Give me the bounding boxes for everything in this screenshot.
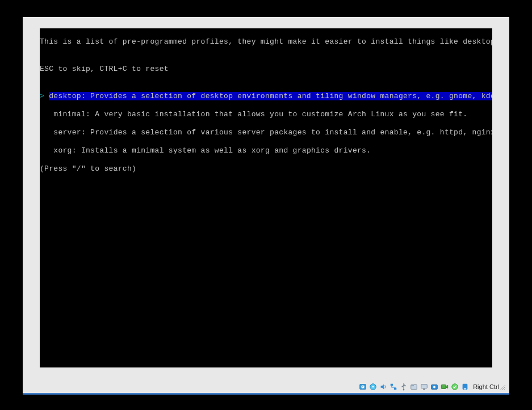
indent — [40, 110, 53, 119]
svg-rect-8 — [405, 385, 406, 386]
svg-point-4 — [372, 386, 374, 388]
mouse-integration-icon[interactable] — [460, 382, 470, 391]
usb-icon[interactable] — [399, 382, 408, 391]
profile-option-desktop-label: desktop: Provides a selection of desktop… — [49, 92, 492, 100]
profile-option-desktop[interactable]: > desktop: Provides a selection of deskt… — [40, 92, 492, 101]
svg-rect-13 — [423, 389, 425, 390]
console-header: This is a list of pre-programmed profile… — [40, 37, 492, 47]
audio-icon[interactable] — [379, 382, 388, 391]
harddisk-icon[interactable] — [358, 382, 367, 391]
profile-option-server-label: server: Provides a selection of various … — [53, 128, 492, 137]
profile-option-minimal-label: minimal: A very basic installation that … — [53, 110, 467, 119]
indent — [40, 146, 53, 155]
resize-grip-icon[interactable] — [500, 383, 506, 391]
profile-option-server[interactable]: server: Provides a selection of various … — [40, 128, 492, 137]
display-icon[interactable] — [420, 382, 429, 391]
svg-point-2 — [362, 386, 363, 387]
optical-disc-icon[interactable] — [368, 382, 378, 391]
svg-rect-6 — [394, 388, 396, 390]
svg-point-9 — [401, 386, 403, 387]
svg-point-7 — [403, 389, 405, 391]
svg-rect-12 — [421, 384, 428, 388]
svg-point-15 — [433, 386, 435, 388]
network-icon[interactable] — [389, 382, 398, 391]
shared-folder-icon[interactable] — [409, 382, 418, 391]
profile-option-xorg[interactable]: xorg: Installs a minimal system as well … — [40, 146, 492, 155]
cpu-icon[interactable] — [450, 382, 459, 391]
recording-icon[interactable] — [440, 382, 449, 391]
profile-option-xorg-label: xorg: Installs a minimal system as well … — [53, 146, 371, 155]
snapshot-icon[interactable] — [430, 382, 439, 391]
vm-statusbar: Right Ctrl — [23, 381, 509, 393]
console-search-hint: (Press "/" to search) — [40, 164, 492, 174]
profile-option-minimal[interactable]: minimal: A very basic installation that … — [40, 110, 492, 119]
selection-pointer: > — [40, 92, 49, 100]
window-bottom-edge — [23, 393, 509, 395]
console-screen[interactable]: This is a list of pre-programmed profile… — [40, 28, 492, 367]
svg-rect-16 — [441, 385, 446, 389]
indent — [40, 128, 53, 137]
svg-rect-11 — [411, 385, 414, 387]
console-hint: ESC to skip, CTRL+C to reset — [40, 65, 492, 74]
host-key-label: Right Ctrl — [473, 383, 499, 390]
svg-rect-5 — [391, 384, 393, 386]
